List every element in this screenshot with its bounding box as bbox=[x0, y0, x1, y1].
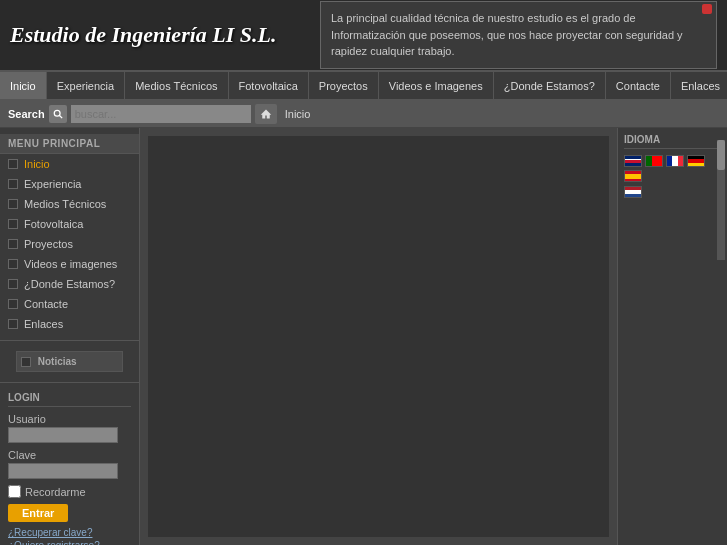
menu-item-medios[interactable]: Medios Técnicos bbox=[0, 194, 139, 214]
menu-label-contacte: Contacte bbox=[24, 298, 68, 310]
login-section: LOGIN Usuario Clave Recordarme Entrar ¿R… bbox=[0, 383, 139, 545]
recover-link[interactable]: ¿Recuperar clave? bbox=[8, 527, 131, 538]
menu-item-experiencia[interactable]: Experiencia bbox=[0, 174, 139, 194]
menu-item-enlaces[interactable]: Enlaces bbox=[0, 314, 139, 334]
home-icon[interactable] bbox=[255, 104, 277, 124]
flag-es[interactable] bbox=[624, 170, 642, 182]
flag-pt[interactable] bbox=[645, 155, 663, 167]
idioma-title: IDIOMA bbox=[624, 134, 721, 149]
menu-label-fotovoltaica: Fotovoltaica bbox=[24, 218, 83, 230]
menu-item-contacte[interactable]: Contacte bbox=[0, 294, 139, 314]
content-area bbox=[140, 128, 617, 545]
menu-item-proyectos[interactable]: Proyectos bbox=[0, 234, 139, 254]
right-scrollbar[interactable] bbox=[717, 140, 725, 260]
password-label: Clave bbox=[8, 449, 131, 461]
menu-checkbox-inicio bbox=[8, 159, 18, 169]
header-description: La principal cualidad técnica de nuestro… bbox=[320, 1, 717, 69]
login-links: ¿Recuperar clave? ¿Quiere registrarse? R… bbox=[8, 527, 131, 545]
menu-checkbox-videos bbox=[8, 259, 18, 269]
remember-label: Recordarme bbox=[25, 486, 86, 498]
menu-checkbox-fotovoltaica bbox=[8, 219, 18, 229]
menu-label-experiencia: Experiencia bbox=[24, 178, 81, 190]
register-question-link[interactable]: ¿Quiere registrarse? bbox=[8, 540, 131, 545]
menu-checkbox-contacte bbox=[8, 299, 18, 309]
main-layout: MENU PRINCIPAL Inicio Experiencia Medios… bbox=[0, 128, 727, 545]
menu-item-inicio[interactable]: Inicio bbox=[0, 154, 139, 174]
flag-nl[interactable] bbox=[624, 186, 642, 198]
login-button[interactable]: Entrar bbox=[8, 504, 68, 522]
menu-label-enlaces: Enlaces bbox=[24, 318, 63, 330]
menu-checkbox-donde bbox=[8, 279, 18, 289]
logo-text: Estudio de Ingeniería LI S.L. bbox=[10, 22, 310, 48]
nav-item-contacte[interactable]: Contacte bbox=[606, 72, 671, 99]
svg-point-0 bbox=[54, 110, 60, 116]
username-input[interactable] bbox=[8, 427, 118, 443]
breadcrumb: Inicio bbox=[285, 108, 311, 120]
menu-checkbox-medios bbox=[8, 199, 18, 209]
nav-item-enlaces[interactable]: Enlaces bbox=[671, 72, 727, 99]
login-title: LOGIN bbox=[8, 389, 131, 407]
search-input[interactable] bbox=[71, 105, 251, 123]
logo-area: Estudio de Ingeniería LI S.L. bbox=[10, 22, 310, 48]
noticias-checkbox bbox=[21, 357, 31, 367]
remember-row: Recordarme bbox=[8, 485, 131, 498]
noticias-title: Noticias bbox=[38, 356, 77, 367]
content-inner bbox=[148, 136, 609, 537]
menu-item-donde[interactable]: ¿Donde Estamos? bbox=[0, 274, 139, 294]
username-label: Usuario bbox=[8, 413, 131, 425]
menu-label-videos: Videos e imagenes bbox=[24, 258, 117, 270]
nav-bar: Inicio Experiencia Medios Técnicos Fotov… bbox=[0, 72, 727, 100]
menu-checkbox-experiencia bbox=[8, 179, 18, 189]
nav-item-medios[interactable]: Medios Técnicos bbox=[125, 72, 228, 99]
nav-item-fotovoltaica[interactable]: Fotovoltaica bbox=[229, 72, 309, 99]
menu-item-fotovoltaica[interactable]: Fotovoltaica bbox=[0, 214, 139, 234]
search-label: Search bbox=[8, 108, 45, 120]
noticias-section: Noticias bbox=[0, 341, 139, 383]
search-icon[interactable] bbox=[49, 105, 67, 123]
header: Estudio de Ingeniería LI S.L. La princip… bbox=[0, 0, 727, 72]
menu-label-medios: Medios Técnicos bbox=[24, 198, 106, 210]
menu-label-proyectos: Proyectos bbox=[24, 238, 73, 250]
menu-label-donde: ¿Donde Estamos? bbox=[24, 278, 115, 290]
flag-row-1 bbox=[624, 155, 721, 182]
nav-item-proyectos[interactable]: Proyectos bbox=[309, 72, 379, 99]
menu-label-inicio: Inicio bbox=[24, 158, 50, 170]
nav-item-donde[interactable]: ¿Donde Estamos? bbox=[494, 72, 606, 99]
menu-checkbox-enlaces bbox=[8, 319, 18, 329]
menu-principal-title: MENU PRINCIPAL bbox=[0, 134, 139, 154]
menu-checkbox-proyectos bbox=[8, 239, 18, 249]
remember-checkbox[interactable] bbox=[8, 485, 21, 498]
left-sidebar: MENU PRINCIPAL Inicio Experiencia Medios… bbox=[0, 128, 140, 545]
search-bar: Search Inicio bbox=[0, 100, 727, 128]
flag-gb[interactable] bbox=[624, 155, 642, 167]
flag-fr[interactable] bbox=[666, 155, 684, 167]
noticias-box: Noticias bbox=[16, 351, 123, 372]
password-input[interactable] bbox=[8, 463, 118, 479]
nav-item-videos[interactable]: Videos e Imagenes bbox=[379, 72, 494, 99]
svg-marker-2 bbox=[260, 109, 271, 118]
nav-item-experiencia[interactable]: Experiencia bbox=[47, 72, 125, 99]
svg-line-1 bbox=[59, 115, 62, 118]
menu-principal-section: MENU PRINCIPAL Inicio Experiencia Medios… bbox=[0, 128, 139, 341]
flag-row-2 bbox=[624, 186, 721, 198]
right-sidebar: IDIOMA bbox=[617, 128, 727, 545]
menu-item-videos[interactable]: Videos e imagenes bbox=[0, 254, 139, 274]
scrollbar-thumb bbox=[717, 140, 725, 170]
nav-item-inicio[interactable]: Inicio bbox=[0, 72, 47, 99]
flag-de[interactable] bbox=[687, 155, 705, 167]
